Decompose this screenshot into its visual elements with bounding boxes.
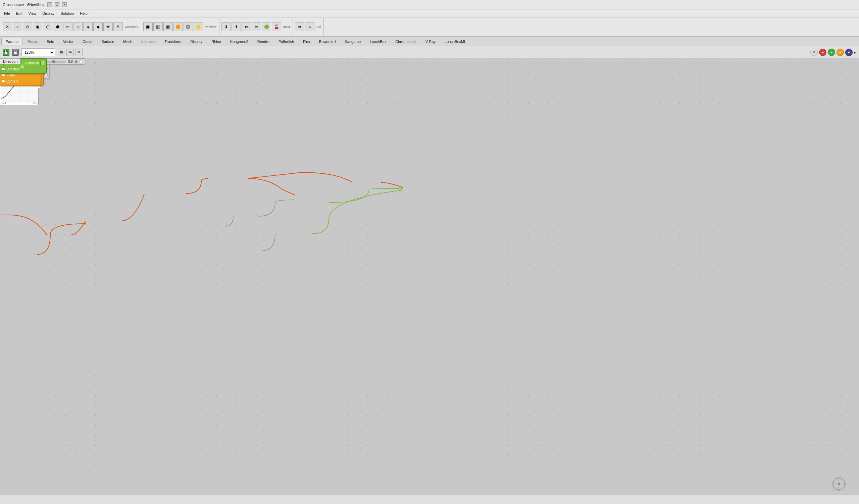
tab-display[interactable]: Display bbox=[186, 38, 207, 45]
secondary-toolbar: 💾 💾 128% 100% 75% 50% ⊞ 👁 ✏ ⚙ ● ● ● ● ▸ bbox=[0, 46, 859, 58]
sphere-icon[interactable]: ● bbox=[837, 49, 844, 56]
toolbar-btn-10[interactable]: ◆ bbox=[93, 22, 103, 31]
menu-solution[interactable]: Solution bbox=[58, 11, 76, 16]
graph-mapper-min: ?11 bbox=[2, 101, 6, 104]
settings-icon[interactable]: ⚙ bbox=[810, 49, 818, 56]
tab-flex[interactable]: Flex bbox=[299, 38, 314, 45]
toolbar-label-geometry: Geometry bbox=[123, 25, 140, 29]
tab-transform[interactable]: Transform bbox=[160, 38, 185, 45]
maximize-button[interactable]: □ bbox=[55, 2, 59, 7]
toolbar-section-geometry: ✕ ○ ⊙ ◉ ⬡ ⬢ ✏ ◇ ◈ ◆ ❋ A Geometry bbox=[1, 18, 141, 35]
toolbar-btn-in-5[interactable]: 🟢 bbox=[262, 22, 271, 31]
menu-bar: File Edit View Display Solution Help bbox=[0, 10, 859, 17]
view-controls: ⊞ 👁 ✏ bbox=[58, 49, 82, 56]
more-icon[interactable]: ▸ bbox=[854, 50, 856, 55]
toolbar-btn-9[interactable]: ◈ bbox=[83, 22, 93, 31]
toolbar-label-primitive: Primitive bbox=[204, 25, 218, 29]
toolbar-btn-util-2[interactable]: 🔺 bbox=[305, 22, 314, 31]
number-slider-2-output[interactable] bbox=[79, 60, 83, 63]
title-text: Grasshopper - 6Nov bbox=[3, 3, 36, 7]
toolbar-btn-in-6[interactable]: 🍒 bbox=[272, 22, 281, 31]
toolbar-btn-5[interactable]: ⬡ bbox=[43, 22, 52, 31]
tab-surface[interactable]: Surface bbox=[97, 38, 118, 45]
tab-chromodoris[interactable]: Chromodoris bbox=[391, 38, 421, 45]
toolbar-btn-prim-1[interactable]: ▣ bbox=[143, 22, 153, 31]
number-slider-2-value: 0.8 bbox=[68, 60, 73, 63]
tab-vector[interactable]: Vector bbox=[59, 38, 78, 45]
toolbar-btn-3[interactable]: ⊙ bbox=[23, 22, 32, 31]
toolbar-label-input: Input bbox=[282, 25, 291, 29]
menu-display[interactable]: Display bbox=[40, 11, 57, 16]
toolbar-btn-prim-3[interactable]: ▦ bbox=[163, 22, 173, 31]
oc-port-plane[interactable] bbox=[2, 74, 5, 77]
tab-vray[interactable]: V-Ray bbox=[421, 38, 440, 45]
toolbar-btn-7[interactable]: ✏ bbox=[63, 22, 73, 31]
menu-help[interactable]: Help bbox=[77, 11, 90, 16]
canvas[interactable]: Graph Mapper ?11 0{1 Multiplication A B … bbox=[0, 58, 859, 504]
tab-lunchboxml[interactable]: LunchBoxML bbox=[440, 38, 470, 45]
tab-params[interactable]: Params bbox=[1, 38, 23, 45]
blue-icon[interactable]: ● bbox=[845, 49, 853, 56]
toolbar-btn-in-2[interactable]: ⬆ bbox=[231, 22, 241, 31]
extrude-out-extrusion[interactable] bbox=[40, 61, 45, 65]
toolbar-btn-6[interactable]: ⬢ bbox=[53, 22, 62, 31]
green-icon[interactable]: ● bbox=[828, 49, 835, 56]
toolbar-btn-prim-2[interactable]: ▥ bbox=[153, 22, 163, 31]
toolbar-btn-4[interactable]: ◉ bbox=[33, 22, 42, 31]
tab-sets[interactable]: Sets bbox=[42, 38, 58, 45]
toolbar-btn-1[interactable]: ✕ bbox=[3, 22, 12, 31]
save-icon[interactable]: 💾 bbox=[3, 49, 10, 56]
toolbar-btn-util-1[interactable]: ➡ bbox=[295, 22, 304, 31]
view-btn-grid[interactable]: ⊞ bbox=[58, 49, 65, 56]
tab-rhino[interactable]: Rhino bbox=[207, 38, 226, 45]
menu-view[interactable]: View bbox=[26, 11, 39, 16]
toolbar-btn-prim-5[interactable]: 🔘 bbox=[183, 22, 193, 31]
graph-mapper-output-port[interactable] bbox=[37, 85, 40, 89]
tab-dendro[interactable]: Dendro bbox=[253, 38, 274, 45]
tab-kangaroo2[interactable]: Kangaroo2 bbox=[226, 38, 253, 45]
menu-file[interactable]: File bbox=[1, 11, 13, 16]
toolbar-btn-in-3[interactable]: ⬅ bbox=[242, 22, 251, 31]
tab-maths[interactable]: Maths bbox=[23, 38, 42, 45]
tab-mesh[interactable]: Mesh bbox=[119, 38, 137, 45]
oc-port-corners[interactable] bbox=[2, 79, 5, 83]
graph-mapper-max: 0{1 bbox=[33, 101, 37, 104]
toolbar-btn-12[interactable]: A bbox=[114, 22, 123, 31]
compass bbox=[832, 477, 846, 491]
menu-edit[interactable]: Edit bbox=[13, 11, 25, 16]
tab-lunchbox[interactable]: LunchBox bbox=[365, 38, 391, 45]
extrude-port-direction[interactable] bbox=[2, 67, 5, 71]
view-btn-eye[interactable]: 👁 bbox=[66, 49, 74, 56]
toolbar-section-primitive: ▣ ▥ ▦ 🟠 🔘 🟡 Primitive bbox=[142, 18, 220, 35]
title-bar: Grasshopper - 6Nov 6Nov ─ □ × bbox=[0, 0, 859, 10]
toolbar-btn-2[interactable]: ○ bbox=[13, 22, 22, 31]
toolbar-btn-in-4[interactable]: ➡ bbox=[252, 22, 261, 31]
tab-intersect[interactable]: Intersect bbox=[137, 38, 160, 45]
toolbar-btn-8[interactable]: ◇ bbox=[73, 22, 82, 31]
svg-marker-11 bbox=[21, 64, 23, 65]
close-button[interactable]: × bbox=[62, 2, 67, 7]
tab-kangaroo[interactable]: Kangaroo bbox=[340, 38, 365, 45]
ribbon: Params Maths Sets Vector Curve Surface M… bbox=[0, 37, 859, 46]
window-controls: ─ □ × bbox=[47, 2, 67, 7]
tab-bowerbird[interactable]: Bowerbird bbox=[315, 38, 340, 45]
palette-icon[interactable]: ● bbox=[819, 49, 827, 56]
svg-rect-9 bbox=[20, 66, 24, 68]
save-button[interactable]: 💾 bbox=[12, 49, 19, 56]
toolbar-btn-11[interactable]: ❋ bbox=[103, 22, 113, 31]
minimize-button[interactable]: ─ bbox=[47, 2, 52, 7]
tab-curve[interactable]: Curve bbox=[78, 38, 97, 45]
view-btn-pencil[interactable]: ✏ bbox=[75, 49, 82, 56]
toolbar-label-util: Util bbox=[315, 25, 322, 29]
toolbar-section-input: ⬇ ⬆ ⬅ ➡ 🟢 🍒 Input bbox=[220, 18, 293, 35]
toolbar-btn-prim-4[interactable]: 🟠 bbox=[174, 22, 183, 31]
toolbar-btn-prim-6[interactable]: 🟡 bbox=[194, 22, 203, 31]
number-slider-2-thumb[interactable] bbox=[52, 60, 55, 63]
connections-svg bbox=[0, 58, 859, 504]
toolbar-btn-in-1[interactable]: ⬇ bbox=[222, 22, 231, 31]
direction-label: Direction bbox=[0, 58, 20, 64]
toolbar-section-util: ➡ 🔺 Util bbox=[293, 18, 324, 35]
number-slider-2-dot bbox=[75, 60, 77, 63]
zoom-select[interactable]: 128% 100% 75% 50% bbox=[21, 48, 55, 56]
tab-pufferfish[interactable]: Pufferfish bbox=[274, 38, 298, 45]
